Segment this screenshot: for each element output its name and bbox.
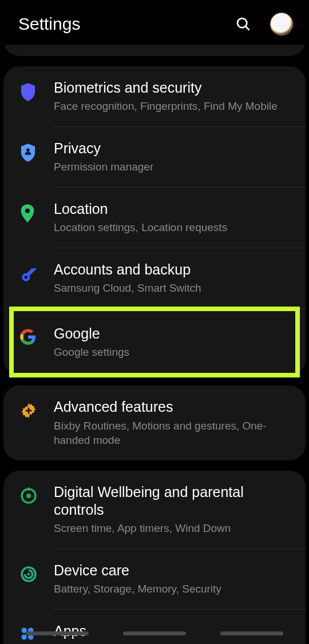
profile-avatar[interactable] [270,13,293,35]
row-title: Biometrics and security [54,79,293,97]
row-accounts[interactable]: Accounts and backup Samsung Cloud, Smart… [3,248,306,308]
row-biometrics[interactable]: Biometrics and security Face recognition… [3,66,306,126]
svg-rect-10 [26,410,32,412]
row-lockscreen[interactable]: . Screen lock type, Always On Display, C… [3,45,306,56]
svg-point-15 [27,573,30,576]
row-privacy[interactable]: Privacy Permission manager [3,127,306,187]
search-button[interactable] [233,14,253,34]
location-pin-icon [19,204,35,223]
row-subtitle: Screen time, App timers, Wind Down [54,521,293,536]
card-advanced-group: Advanced features Bixby Routines, Motion… [3,385,306,460]
app-header: Settings [0,0,309,46]
row-subtitle: Battery, Storage, Memory, Security [54,582,293,597]
svg-point-4 [25,208,30,213]
privacy-shield-icon [19,143,37,162]
row-location[interactable]: Location Location settings, Location req… [3,188,306,248]
shield-icon [19,82,37,102]
page-title: Settings [18,14,223,34]
row-title: Google [54,325,293,343]
row-subtitle: Google settings [54,345,293,360]
gear-plus-icon [19,401,38,420]
row-title: Accounts and backup [54,261,293,279]
svg-point-3 [26,148,30,152]
row-devicecare[interactable]: Device care Battery, Storage, Memory, Se… [3,549,306,609]
settings-scroll[interactable]: . Screen lock type, Always On Display, C… [0,45,309,644]
svg-line-1 [245,26,249,30]
search-icon [235,15,252,33]
key-icon [19,264,39,284]
row-title: Digital Wellbeing and parental controls [54,483,293,519]
card-system-group: Digital Wellbeing and parental controls … [3,471,306,644]
row-subtitle: Face recognition, Fingerprints, Find My … [54,99,293,114]
row-subtitle: Samsung Cloud, Smart Switch [54,281,293,296]
row-title: Location [54,200,293,218]
row-advanced[interactable]: Advanced features Bixby Routines, Motion… [3,385,306,460]
row-wellbeing[interactable]: Digital Wellbeing and parental controls … [3,471,306,548]
row-subtitle: Bixby Routines, Motions and gestures, On… [54,419,293,448]
devicecare-icon [19,565,38,583]
row-title: Privacy [54,140,293,157]
row-title: Device care [54,562,293,579]
nav-back[interactable] [220,631,283,635]
nav-home[interactable] [123,631,186,635]
svg-point-6 [25,276,27,279]
card-lockscreen-partial: . Screen lock type, Always On Display, C… [3,45,306,56]
row-google[interactable]: Google Google settings [3,309,306,376]
google-g-icon [19,328,37,345]
row-subtitle: Permission manager [54,160,293,174]
wellbeing-icon [19,487,38,505]
card-security-group: Biometrics and security Face recognition… [3,66,306,375]
nav-recents[interactable] [26,631,89,635]
row-subtitle: Location settings, Location requests [54,220,293,235]
svg-point-0 [237,18,247,27]
row-title: Advanced features [54,398,293,416]
system-navbar [0,631,309,642]
svg-point-12 [26,494,31,498]
